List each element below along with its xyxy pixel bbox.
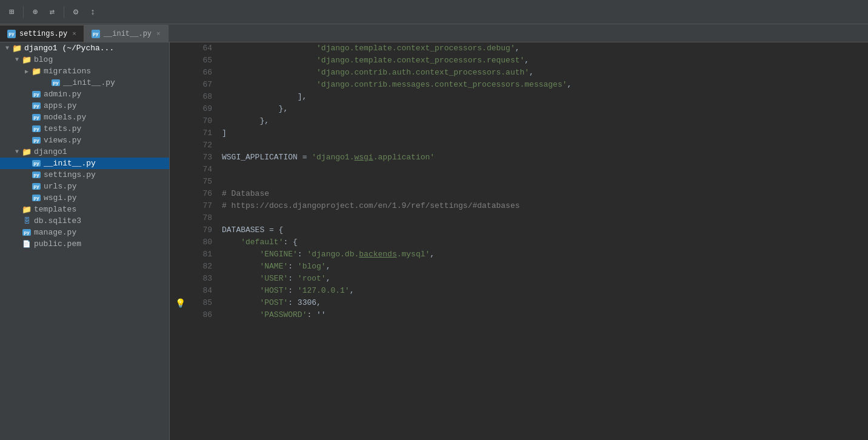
migrations-arrow: ▶ — [22, 68, 32, 75]
blog-arrow: ▼ — [12, 56, 22, 63]
line-content[interactable]: # https://docs.djangoproject.com/en/1.9/… — [218, 200, 868, 212]
line-number: 66 — [188, 67, 218, 79]
views-icon: py — [32, 136, 41, 145]
line-number: 70 — [188, 115, 218, 127]
sidebar-item-templates[interactable]: 📁 templates — [0, 204, 169, 215]
bulb-icon: 💡 — [175, 299, 185, 308]
main-area: ▼ 📁 django1 (~/Pycha... ▼ 📁 blog ▶ 📁 mig… — [0, 42, 868, 440]
line-gutter — [170, 152, 188, 164]
sync-icon[interactable]: ⇄ — [45, 5, 59, 19]
line-content[interactable]: DATABASES = { — [218, 224, 868, 236]
root-arrow: ▼ — [2, 45, 12, 52]
line-content[interactable]: 'HOST': '127.0.0.1', — [218, 285, 868, 297]
line-number: 82 — [188, 261, 218, 273]
public-icon: 📄 — [22, 240, 32, 248]
line-content[interactable]: }, — [218, 115, 868, 127]
sidebar-item-models[interactable]: py models.py — [0, 112, 169, 123]
tests-icon: py — [32, 125, 41, 133]
add-icon[interactable]: ⊕ — [28, 5, 42, 19]
db-icon: 🗄 — [22, 217, 32, 225]
views-label: views.py — [44, 136, 81, 145]
line-content[interactable]: ], — [218, 91, 868, 103]
settings-icon[interactable]: ⚙ — [69, 5, 82, 19]
django1-init-icon: py — [32, 159, 41, 168]
sidebar-item-blog-init[interactable]: py __init__.py — [0, 77, 169, 88]
table-row: 83 'USER': 'root', — [170, 273, 868, 285]
table-row: 75 — [170, 176, 868, 188]
sidebar-item-migrations[interactable]: ▶ 📁 migrations — [0, 65, 169, 77]
line-number: 74 — [188, 164, 218, 176]
line-content[interactable]: ] — [218, 127, 868, 139]
line-content[interactable]: 'NAME': 'blog', — [218, 261, 868, 273]
table-row: 81 'ENGINE': 'django.db.backends.mysql', — [170, 248, 868, 261]
table-row: 79DATABASES = { — [170, 224, 868, 236]
line-content[interactable]: 'ENGINE': 'django.db.backends.mysql', — [218, 248, 868, 261]
line-content[interactable] — [218, 176, 868, 188]
sidebar-item-public[interactable]: 📄 public.pem — [0, 238, 169, 250]
tab-init-py[interactable]: py __init__.py × — [84, 25, 169, 42]
line-content[interactable]: 'django.contrib.auth.context_processors.… — [218, 67, 868, 79]
line-content[interactable]: 'default': { — [218, 236, 868, 248]
sidebar-item-admin[interactable]: py admin.py — [0, 88, 169, 100]
public-label: public.pem — [34, 239, 81, 248]
blog-init-icon: py — [51, 79, 61, 87]
line-content[interactable]: 'django.contrib.messages.context_process… — [218, 79, 868, 91]
tree-root[interactable]: ▼ 📁 django1 (~/Pycha... — [0, 42, 169, 54]
project-icon[interactable]: ⊞ — [5, 5, 18, 19]
line-gutter — [170, 200, 188, 212]
line-content[interactable]: 'django.template.context_processors.requ… — [218, 55, 868, 67]
line-gutter — [170, 139, 188, 152]
table-row: 70 }, — [170, 115, 868, 127]
django1-folder-icon: 📁 — [22, 148, 32, 156]
sidebar-item-django1-init[interactable]: py __init__.py — [0, 158, 169, 169]
line-gutter — [170, 79, 188, 91]
toolbar-sep-2 — [64, 6, 64, 18]
line-content[interactable]: WSGI_APPLICATION = 'django1.wsgi.applica… — [218, 152, 868, 164]
sidebar-item-tests[interactable]: py tests.py — [0, 123, 169, 135]
sidebar-item-django1[interactable]: ▼ 📁 django1 — [0, 146, 169, 158]
migrations-folder-icon: 📁 — [32, 67, 41, 76]
table-row: 84 'HOST': '127.0.0.1', — [170, 285, 868, 297]
line-content[interactable]: }, — [218, 103, 868, 115]
django1-label: django1 — [34, 147, 67, 156]
line-gutter — [170, 103, 188, 115]
sidebar-item-manage[interactable]: py manage.py — [0, 227, 169, 238]
table-row: 71] — [170, 127, 868, 139]
sidebar-item-db[interactable]: 🗄 db.sqlite3 — [0, 215, 169, 227]
line-gutter — [170, 248, 188, 261]
models-icon: py — [32, 113, 41, 122]
line-content[interactable] — [218, 139, 868, 152]
line-content[interactable]: 'django.template.context_processors.debu… — [218, 42, 868, 55]
tab-init-py-label: __init__.py — [104, 30, 152, 38]
line-number: 78 — [188, 212, 218, 224]
sidebar-item-views[interactable]: py views.py — [0, 135, 169, 146]
line-content[interactable]: 'POST': 3306, — [218, 297, 868, 309]
sidebar-item-settings[interactable]: py settings.py — [0, 169, 169, 181]
table-row: 73WSGI_APPLICATION = 'django1.wsgi.appli… — [170, 152, 868, 164]
line-gutter — [170, 273, 188, 285]
blog-init-label: __init__.py — [63, 78, 115, 87]
line-number: 64 — [188, 42, 218, 55]
line-content[interactable]: # Database — [218, 188, 868, 200]
tab-init-py-close[interactable]: × — [156, 30, 161, 38]
line-gutter — [170, 55, 188, 67]
tab-settings-py[interactable]: py settings.py × — [0, 25, 84, 42]
sidebar-item-urls[interactable]: py urls.py — [0, 181, 169, 192]
code-editor[interactable]: 64 'django.template.context_processors.d… — [170, 42, 868, 440]
admin-label: admin.py — [44, 90, 81, 99]
tab-settings-py-close[interactable]: × — [72, 30, 76, 38]
line-content[interactable]: 'USER': 'root', — [218, 273, 868, 285]
line-content[interactable] — [218, 164, 868, 176]
sidebar-item-wsgi[interactable]: py wsgi.py — [0, 192, 169, 204]
line-number: 73 — [188, 152, 218, 164]
urls-label: urls.py — [44, 182, 77, 191]
line-content[interactable]: 'PASSWORD': '' — [218, 309, 868, 321]
tab-bar: py settings.py × py __init__.py × — [0, 24, 868, 42]
apps-icon: py — [32, 102, 41, 110]
sidebar-item-apps[interactable]: py apps.py — [0, 100, 169, 112]
line-content[interactable] — [218, 212, 868, 224]
blog-folder-icon: 📁 — [22, 56, 32, 64]
layout-icon[interactable]: ↕ — [86, 5, 99, 19]
django1-init-label: __init__.py — [44, 159, 96, 168]
sidebar-item-blog[interactable]: ▼ 📁 blog — [0, 54, 169, 65]
